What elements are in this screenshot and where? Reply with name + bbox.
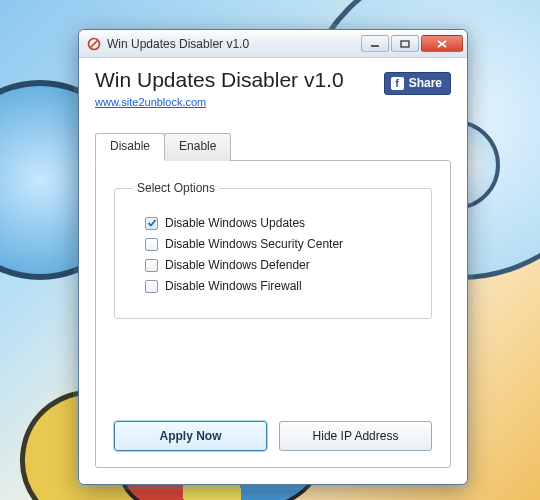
maximize-button[interactable] (391, 35, 419, 52)
app-window: Win Updates Disabler v1.0 Win Updates Di… (78, 29, 468, 485)
options-group: Select Options Disable Windows Updates D… (114, 181, 432, 319)
hide-ip-button[interactable]: Hide IP Address (279, 421, 432, 451)
facebook-icon: f (391, 77, 404, 90)
share-label: Share (409, 76, 442, 90)
checkbox-label: Disable Windows Firewall (165, 279, 302, 293)
window-controls (361, 35, 463, 52)
checkbox-icon (145, 259, 158, 272)
client-area: Win Updates Disabler v1.0 www.site2unblo… (79, 58, 467, 484)
page-title: Win Updates Disabler v1.0 (95, 68, 344, 92)
site-link[interactable]: www.site2unblock.com (95, 96, 206, 108)
button-row: Apply Now Hide IP Address (114, 399, 432, 451)
checkbox-disable-security-center[interactable]: Disable Windows Security Center (145, 237, 413, 251)
svg-rect-3 (401, 41, 409, 47)
checkbox-disable-firewall[interactable]: Disable Windows Firewall (145, 279, 413, 293)
checkbox-disable-defender[interactable]: Disable Windows Defender (145, 258, 413, 272)
checkbox-disable-updates[interactable]: Disable Windows Updates (145, 216, 413, 230)
tab-panel-disable: Select Options Disable Windows Updates D… (95, 160, 451, 468)
window-title: Win Updates Disabler v1.0 (107, 37, 361, 51)
checkbox-icon (145, 238, 158, 251)
checkbox-label: Disable Windows Defender (165, 258, 310, 272)
facebook-share-button[interactable]: f Share (384, 72, 451, 95)
tab-container: Disable Enable Select Options Disable Wi… (95, 132, 451, 468)
header: Win Updates Disabler v1.0 www.site2unblo… (95, 68, 451, 110)
svg-line-1 (91, 40, 98, 47)
checkbox-label: Disable Windows Updates (165, 216, 305, 230)
tab-disable[interactable]: Disable (95, 133, 165, 161)
checkbox-icon (145, 280, 158, 293)
checkbox-label: Disable Windows Security Center (165, 237, 343, 251)
tab-strip: Disable Enable (95, 132, 451, 160)
close-button[interactable] (421, 35, 463, 52)
options-legend: Select Options (133, 181, 219, 195)
titlebar[interactable]: Win Updates Disabler v1.0 (79, 30, 467, 58)
minimize-button[interactable] (361, 35, 389, 52)
tab-enable[interactable]: Enable (164, 133, 231, 161)
apply-button[interactable]: Apply Now (114, 421, 267, 451)
checkbox-icon (145, 217, 158, 230)
app-icon (87, 37, 101, 51)
